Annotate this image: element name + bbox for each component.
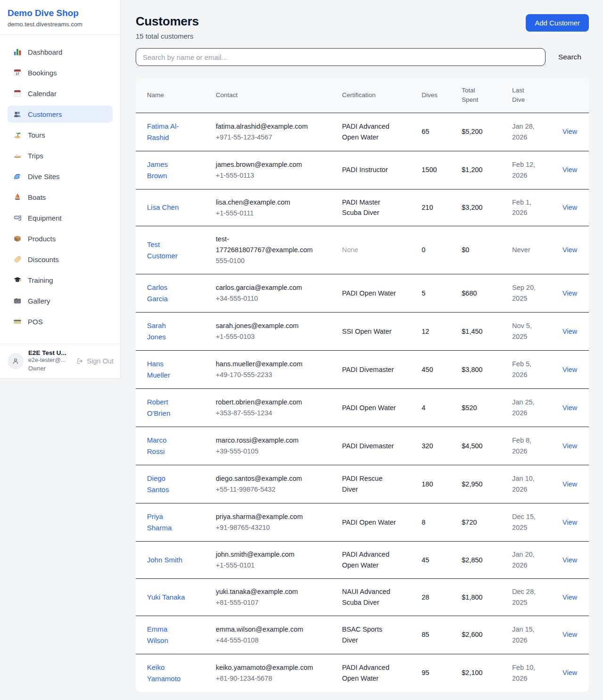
customer-email: keiko.yamamoto@example.com	[216, 662, 312, 673]
sidebar-item-dashboard[interactable]: Dashboard	[8, 43, 113, 60]
customer-certification: BSAC Sports Diver	[342, 626, 382, 643]
sidebar: Demo Dive Shop demo.test.divestreams.com…	[0, 0, 121, 379]
view-customer-link[interactable]: View	[562, 593, 577, 601]
customer-dives: 45	[414, 541, 454, 578]
customer-phone: +1-555-0101	[216, 560, 312, 570]
customer-name-link[interactable]: Yuki Tanaka	[147, 592, 185, 603]
customer-last-dive: Never	[505, 226, 549, 274]
customer-total-spent: $1,200	[454, 151, 505, 189]
customer-name-link[interactable]: Lisa Chen	[147, 202, 179, 213]
sidebar-item-tours[interactable]: Tours	[8, 126, 113, 143]
customer-dives: 450	[414, 350, 454, 388]
table-row: Sarah Jones sarah.jones@example.com +1-5…	[136, 312, 589, 350]
sidebar-item-pos[interactable]: POS	[8, 313, 113, 330]
view-customer-link[interactable]: View	[562, 442, 577, 450]
customer-name-link[interactable]: Emma Wilson	[147, 624, 186, 646]
customer-name-link[interactable]: James Brown	[147, 159, 186, 181]
sidebar-item-products[interactable]: Products	[8, 230, 113, 247]
sidebar-item-dive-sites[interactable]: Dive Sites	[8, 168, 113, 185]
customer-phone: +1-555-0111	[216, 208, 312, 218]
customer-certification: SSI Open Water	[342, 328, 391, 335]
logout-icon	[76, 357, 84, 365]
customer-phone: +49-170-555-2233	[216, 370, 312, 380]
view-customer-link[interactable]: View	[562, 246, 577, 254]
table-row: Carlos Garcia carlos.garcia@example.com …	[136, 274, 589, 312]
customer-total-spent: $1,450	[454, 312, 505, 350]
col-contact: Contact	[208, 78, 334, 113]
search-input[interactable]	[136, 48, 546, 66]
page-title: Customers	[136, 14, 199, 29]
customer-name-link[interactable]: Diego Santos	[147, 473, 186, 495]
view-customer-link[interactable]: View	[562, 289, 577, 297]
sidebar-item-training[interactable]: Training	[8, 272, 113, 288]
view-customer-link[interactable]: View	[562, 669, 577, 676]
customer-name-link[interactable]: Keiko Yamamoto	[147, 662, 186, 684]
customer-total-spent: $3,800	[454, 350, 505, 388]
sidebar-item-boats[interactable]: Boats	[8, 189, 113, 206]
view-customer-link[interactable]: View	[562, 166, 577, 173]
view-customer-link[interactable]: View	[562, 128, 577, 135]
customer-name-link[interactable]: John Smith	[147, 554, 182, 566]
customer-name-link[interactable]: Test Customer	[147, 239, 186, 262]
add-customer-button[interactable]: Add Customer	[526, 14, 589, 32]
package-icon	[13, 234, 22, 243]
customer-name-link[interactable]: Marco Rossi	[147, 435, 186, 457]
customer-name-link[interactable]: Fatima Al-Rashid	[147, 121, 186, 143]
customer-total-spent: $1,800	[454, 578, 505, 616]
sidebar-item-calendar[interactable]: Calendar	[8, 85, 113, 102]
view-customer-link[interactable]: View	[562, 480, 577, 488]
sidebar-item-gallery[interactable]: Gallery	[8, 292, 113, 309]
view-customer-link[interactable]: View	[562, 556, 577, 564]
customer-last-dive: Jan 25, 2026	[505, 388, 549, 427]
customer-dives: 85	[414, 616, 454, 654]
customer-name-link[interactable]: Robert O'Brien	[147, 396, 186, 419]
customer-total-spent: $680	[454, 274, 505, 312]
view-customer-link[interactable]: View	[562, 204, 577, 211]
page-title-block: Customers 15 total customers	[136, 14, 199, 40]
table-row: John Smith john.smith@example.com +1-555…	[136, 541, 589, 578]
customer-email: hans.mueller@example.com	[216, 359, 312, 369]
customer-name-link[interactable]: Sarah Jones	[147, 320, 186, 343]
table-row: Robert O'Brien robert.obrien@example.com…	[136, 388, 589, 427]
customer-certification: None	[342, 246, 359, 254]
sidebar-item-trips[interactable]: Trips	[8, 147, 113, 164]
customer-certification: PADI Open Water	[342, 519, 396, 526]
customer-last-dive: Feb 10, 2026	[505, 654, 549, 692]
customer-certification: NAUI Advanced Scuba Diver	[342, 588, 390, 606]
view-customer-link[interactable]: View	[562, 328, 577, 335]
view-customer-link[interactable]: View	[562, 519, 577, 526]
customer-last-dive: Feb 5, 2026	[505, 350, 549, 388]
customer-total-spent: $2,950	[454, 465, 505, 503]
customer-name-link[interactable]: Hans Mueller	[147, 358, 186, 381]
sidebar-item-label: Discounts	[28, 255, 59, 264]
customer-certification: PADI Rescue Diver	[342, 475, 383, 493]
sidebar-item-customers[interactable]: Customers	[8, 106, 113, 123]
table-row: Yuki Tanaka yuki.tanaka@example.com +81-…	[136, 578, 589, 616]
customer-phone: +81-555-0107	[216, 597, 312, 608]
customer-dives: 95	[414, 654, 454, 692]
customer-name-link[interactable]: Priya Sharma	[147, 511, 186, 534]
user-role: Owner	[28, 365, 66, 373]
sidebar-item-discounts[interactable]: Discounts	[8, 251, 113, 268]
customer-email: test-1772681807767@example.com	[216, 234, 312, 255]
view-customer-link[interactable]: View	[562, 404, 577, 412]
col-dives: Dives	[414, 78, 454, 113]
tearoff-calendar-icon	[13, 89, 22, 98]
customer-name-link[interactable]: Carlos Garcia	[147, 282, 186, 305]
table-row: Keiko Yamamoto keiko.yamamoto@example.co…	[136, 654, 589, 692]
view-customer-link[interactable]: View	[562, 631, 577, 638]
sidebar-item-bookings[interactable]: 17 Bookings	[8, 64, 113, 81]
view-customer-link[interactable]: View	[562, 366, 577, 373]
customer-total-spent: $3,200	[454, 189, 505, 226]
calendar-date-icon: 17	[13, 68, 22, 77]
sign-out-button[interactable]: Sign Out	[76, 357, 114, 365]
sidebar-item-equipment[interactable]: Equipment	[8, 209, 113, 226]
customer-dives: 320	[414, 427, 454, 465]
customer-last-dive: Jan 15, 2026	[505, 616, 549, 654]
page-header: Customers 15 total customers Add Custome…	[136, 14, 589, 40]
customer-total-spent: $520	[454, 388, 505, 427]
customer-email: robert.obrien@example.com	[216, 397, 312, 407]
search-button[interactable]: Search	[558, 53, 581, 61]
avatar	[8, 353, 24, 369]
customer-last-dive: Sep 20, 2025	[505, 274, 549, 312]
